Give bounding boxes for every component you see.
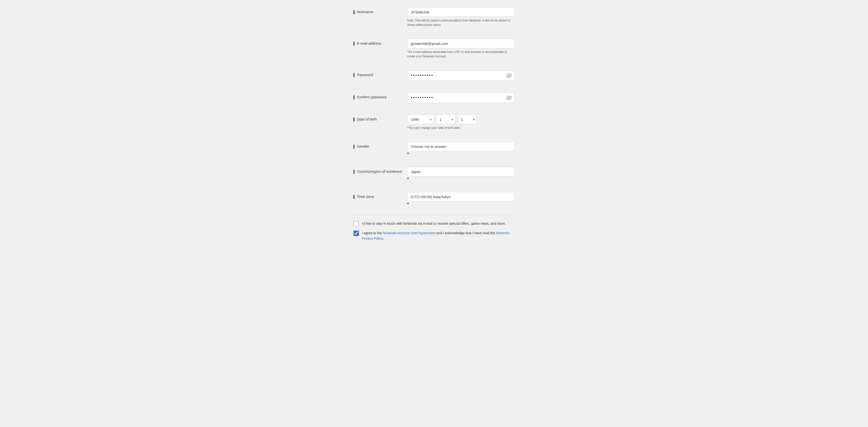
required-bar (353, 195, 354, 199)
year-select[interactable]: 1990 1991 1989 (407, 115, 434, 124)
nickname-hint: Note: This will be used in communication… (407, 18, 515, 27)
required-bar (353, 118, 354, 122)
email-row: E-mail address *An e-mail address access… (353, 36, 515, 61)
newsletter-checkbox-row: I'd like to stay in touch with Nintendo … (353, 221, 515, 226)
agreement-checkbox-wrapper (353, 231, 359, 236)
nickname-label-col: Nickname (353, 7, 407, 14)
day-select-wrapper: 1 2 3 ▾ (458, 115, 477, 124)
confirm-password-input[interactable] (407, 92, 515, 103)
email-label: E-mail address (357, 41, 381, 45)
timezone-label: Time zone (357, 194, 374, 199)
confirm-password-toggle-button[interactable] (506, 96, 512, 100)
eye-icon (506, 73, 512, 78)
confirm-password-input-wrapper (407, 92, 515, 103)
country-select-wrapper: Japan United States United Kingdom ▾ (407, 167, 515, 180)
nickname-label: Nickname (357, 10, 373, 14)
confirm-password-input-col (407, 92, 515, 103)
email-label-col: E-mail address (353, 39, 407, 45)
agreement-checkbox[interactable] (353, 231, 359, 236)
gender-label-col: Gender (353, 142, 407, 149)
required-bar (353, 42, 354, 45)
form-container: Nickname Note: This will be used in comm… (349, 5, 519, 422)
password-row: Password (353, 68, 515, 83)
timezone-select-wrapper: (UTC+09:00) Asia/Tokyo (UTC+00:00) UTC (… (407, 192, 515, 206)
email-hint: *An e-mail address accessible from a PC … (407, 50, 515, 59)
dob-row: Date of birth 1990 1991 1989 ▾ 1 (353, 112, 515, 132)
timezone-select[interactable]: (UTC+09:00) Asia/Tokyo (UTC+00:00) UTC (… (407, 192, 515, 202)
agreement-middle: and I acknowledge that I have read the (435, 231, 496, 235)
password-input-col (407, 70, 515, 81)
gender-select[interactable]: Choose not to answer Male Female Other (407, 142, 515, 151)
agreement-label[interactable]: I agree to the Nintendo Account User Agr… (362, 230, 515, 241)
confirm-password-label: Confirm password (357, 95, 386, 99)
agreement-prefix: I agree to the (362, 231, 383, 235)
timezone-label-col: Time zone (353, 192, 407, 199)
dob-label: Date of birth (357, 117, 377, 121)
required-bar (353, 95, 354, 99)
gender-label: Gender (357, 144, 369, 148)
country-label: Country/region of residence (357, 169, 402, 174)
country-chevron-icon: ▾ (407, 176, 409, 180)
agreement-suffix: . (383, 237, 384, 240)
month-select-wrapper: 1 2 3 ▾ (436, 115, 456, 124)
password-toggle-button[interactable] (506, 73, 512, 78)
gender-input-col: Choose not to answer Male Female Other ▾ (407, 142, 515, 155)
day-select[interactable]: 1 2 3 (458, 115, 477, 124)
timezone-input-col: (UTC+09:00) Asia/Tokyo (UTC+00:00) UTC (… (407, 192, 515, 206)
country-label-col: Country/region of residence (353, 167, 407, 174)
country-row: Country/region of residence Japan United… (353, 164, 515, 183)
dob-input-col: 1990 1991 1989 ▾ 1 2 3 ▾ (407, 115, 515, 130)
dob-label-col: Date of birth (353, 115, 407, 122)
newsletter-checkbox[interactable] (353, 221, 359, 226)
email-input-col: *An e-mail address accessible from a PC … (407, 39, 515, 59)
required-bar (353, 170, 354, 174)
nickname-input-col: Note: This will be used in communication… (407, 7, 515, 27)
nickname-input[interactable] (407, 7, 515, 17)
required-bar (353, 10, 354, 14)
newsletter-label[interactable]: I'd like to stay in touch with Nintendo … (362, 221, 506, 226)
newsletter-checkbox-wrapper (353, 221, 359, 226)
required-bar (353, 145, 354, 149)
confirm-password-row: Confirm password (353, 90, 515, 105)
month-select[interactable]: 1 2 3 (436, 115, 456, 124)
gender-chevron-icon: ▾ (407, 151, 409, 155)
confirm-password-label-col: Confirm password (353, 92, 407, 99)
timezone-chevron-icon: ▾ (407, 202, 409, 206)
agreement-checkbox-row: I agree to the Nintendo Account User Agr… (353, 230, 515, 241)
user-agreement-link[interactable]: Nintendo Account User Agreement (383, 231, 435, 235)
svg-line-2 (507, 74, 511, 78)
gender-select-wrapper: Choose not to answer Male Female Other ▾ (407, 142, 515, 155)
password-input-wrapper (407, 70, 515, 81)
eye-icon (506, 96, 512, 100)
password-label-col: Password (353, 70, 407, 77)
country-input-col: Japan United States United Kingdom ▾ (407, 167, 515, 180)
password-input[interactable] (407, 70, 515, 81)
form-divider (353, 215, 515, 215)
timezone-row: Time zone (UTC+09:00) Asia/Tokyo (UTC+00… (353, 190, 515, 208)
svg-line-5 (507, 96, 511, 99)
gender-row: Gender Choose not to answer Male Female … (353, 139, 515, 158)
required-bar (353, 73, 354, 77)
dob-hint: *You can't change your date of birth lat… (407, 126, 515, 130)
email-input[interactable] (407, 39, 515, 48)
page-wrapper: Nickname Note: This will be used in comm… (0, 0, 868, 427)
date-selects-row: 1990 1991 1989 ▾ 1 2 3 ▾ (407, 115, 515, 124)
password-label: Password (357, 73, 373, 77)
country-select[interactable]: Japan United States United Kingdom (407, 167, 515, 176)
nickname-row: Nickname Note: This will be used in comm… (353, 5, 515, 30)
year-select-wrapper: 1990 1991 1989 ▾ (407, 115, 434, 124)
